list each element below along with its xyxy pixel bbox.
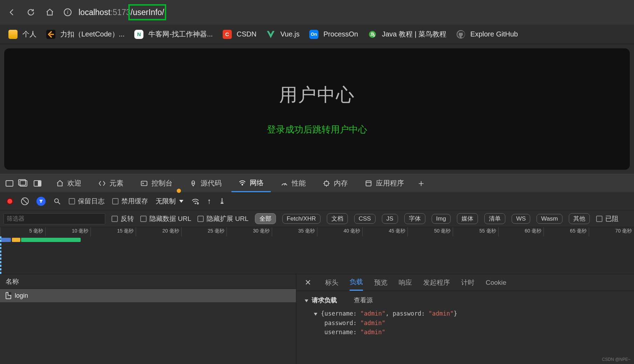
payload-section-title[interactable]: 请求负载	[305, 296, 337, 304]
processon-icon: On	[309, 30, 318, 39]
timeline-selection-handle[interactable]	[0, 236, 1, 274]
clear-button[interactable]	[21, 197, 29, 205]
detail-tab-cookies[interactable]: Cookie	[486, 274, 506, 291]
home-button[interactable]	[45, 7, 55, 17]
device-icon[interactable]	[6, 180, 13, 187]
reload-button[interactable]	[26, 7, 36, 17]
hide-dataurl-checkbox[interactable]: 隐藏数据 URL	[140, 214, 191, 223]
dock-window-icon[interactable]	[20, 180, 27, 187]
devtools-dock-controls	[6, 180, 41, 187]
disclosure-triangle-icon	[305, 299, 308, 302]
detail-tab-timing[interactable]: 计时	[461, 274, 474, 291]
detail-tab-preview[interactable]: 预览	[374, 274, 387, 291]
bookmark-folder-personal[interactable]: 个人	[8, 29, 36, 39]
network-toolbar: 保留日志 禁用缓存 无限制 ↑ ⤓	[0, 192, 634, 210]
csdn-icon: C	[223, 30, 232, 39]
timeline-tick: 10 毫秒	[45, 227, 90, 236]
filter-ws[interactable]: WS	[512, 214, 530, 224]
svg-line-15	[58, 202, 60, 204]
timeline-ruler: 5 毫秒 10 毫秒 15 毫秒 20 毫秒 25 毫秒 30 毫秒 35 毫秒…	[0, 227, 634, 236]
address-bar[interactable]: i localhost:5173/userInfo/	[64, 8, 627, 17]
tab-network[interactable]: 网络	[231, 174, 271, 192]
search-icon[interactable]	[53, 197, 61, 205]
tab-performance[interactable]: 性能	[274, 174, 313, 192]
network-timeline[interactable]: 5 毫秒 10 毫秒 15 毫秒 20 毫秒 25 毫秒 30 毫秒 35 毫秒…	[0, 227, 634, 274]
filter-js[interactable]: JS	[382, 214, 398, 224]
timeline-bars	[0, 238, 634, 244]
bookmark-label: ProcessOn	[323, 30, 358, 38]
bookmarks-bar: 个人 力扣（LeetCode）... N 牛客网-找工作神器... C CSDN…	[0, 25, 634, 44]
timeline-tick: 35 毫秒	[272, 227, 317, 236]
svg-rect-7	[325, 181, 329, 185]
bookmark-processon[interactable]: On ProcessOn	[309, 30, 358, 39]
download-har-button[interactable]: ⤓	[219, 197, 225, 206]
hide-exturl-checkbox[interactable]: 隐藏扩展 URL	[197, 214, 248, 223]
filter-manifest[interactable]: 清单	[484, 213, 505, 224]
detail-tab-response[interactable]: 响应	[399, 274, 412, 291]
bookmark-java[interactable]: 鸟 Java 教程 | 菜鸟教程	[368, 29, 446, 39]
detail-tab-headers[interactable]: 标头	[325, 274, 338, 291]
record-button[interactable]	[6, 198, 13, 205]
request-row[interactable]: login	[0, 289, 296, 302]
bookmark-nowcoder[interactable]: N 牛客网-找工作神器...	[134, 29, 213, 39]
network-lower: 名称 login ✕ 标头 负载 预览 响应 发起程序 计时 Cookie 请求…	[0, 274, 634, 364]
back-button[interactable]	[7, 7, 17, 17]
tab-console[interactable]: 控制台	[133, 174, 180, 192]
detail-tab-payload[interactable]: 负载	[350, 274, 363, 291]
view-source-link[interactable]: 查看源	[354, 296, 373, 304]
dock-side-icon[interactable]	[34, 180, 41, 187]
upload-har-button[interactable]: ↑	[207, 197, 211, 206]
request-detail-panel: ✕ 标头 负载 预览 响应 发起程序 计时 Cookie 请求负载 查看源 {u…	[296, 274, 634, 364]
close-detail-button[interactable]: ✕	[305, 278, 311, 287]
site-info-icon[interactable]: i	[64, 8, 72, 16]
java-icon: 鸟	[368, 30, 377, 39]
page-title: 用户中心	[279, 83, 355, 107]
disable-cache-checkbox[interactable]: 禁用缓存	[112, 197, 148, 206]
invert-checkbox[interactable]: 反转	[112, 214, 134, 223]
payload-kv: password: "admin"	[305, 318, 626, 328]
devtools-tab-bar: 欢迎 元素 控制台 源代码 网络 性能 内存 应用程序 ＋	[0, 174, 634, 192]
tab-sources[interactable]: 源代码	[182, 174, 229, 192]
svg-text:鸟: 鸟	[370, 32, 375, 37]
filter-css[interactable]: CSS	[354, 214, 376, 224]
payload-summary[interactable]: {username: "admin", password: "admin"}	[305, 309, 626, 318]
bookmark-label: 牛客网-找工作神器...	[148, 29, 213, 39]
preserve-log-checkbox[interactable]: 保留日志	[69, 197, 104, 206]
detail-tab-bar: ✕ 标头 负载 预览 响应 发起程序 计时 Cookie	[296, 274, 634, 291]
leetcode-icon	[46, 30, 55, 39]
filter-wasm[interactable]: Wasm	[537, 214, 562, 224]
request-list-header: 名称	[0, 274, 296, 289]
bookmark-vue[interactable]: Vue.js	[266, 30, 299, 39]
bookmark-csdn[interactable]: C CSDN	[223, 30, 257, 39]
filter-all[interactable]: 全部	[255, 213, 276, 224]
tab-application[interactable]: 应用程序	[358, 174, 411, 192]
page-viewport: 用户中心 登录成功后跳转用户中心	[4, 48, 630, 170]
browser-nav-bar: i localhost:5173/userInfo/	[0, 0, 634, 25]
blocked-checkbox[interactable]: 已阻	[596, 214, 619, 223]
vue-icon	[266, 30, 275, 39]
throttle-dropdown[interactable]: 无限制	[156, 197, 183, 206]
filter-toggle-button[interactable]	[36, 197, 46, 206]
tab-welcome[interactable]: 欢迎	[49, 174, 88, 192]
warning-badge	[177, 189, 181, 193]
add-tab-button[interactable]: ＋	[417, 177, 426, 189]
timeline-tick: 20 毫秒	[136, 227, 181, 236]
bookmark-leetcode[interactable]: 力扣（LeetCode）...	[46, 29, 124, 39]
network-filter-bar: 反转 隐藏数据 URL 隐藏扩展 URL 全部 Fetch/XHR 文档 CSS…	[0, 210, 634, 227]
filter-doc[interactable]: 文档	[327, 213, 348, 224]
timeline-tick: 65 毫秒	[544, 227, 589, 236]
url-text: localhost:5173/userInfo/	[79, 8, 164, 17]
bookmark-github[interactable]: Explore GitHub	[456, 30, 518, 39]
request-payload-section: 请求负载 查看源 {username: "admin", password: "…	[296, 291, 634, 342]
filter-fetchxhr[interactable]: Fetch/XHR	[282, 214, 321, 224]
detail-tab-initiator[interactable]: 发起程序	[423, 274, 450, 291]
filter-input[interactable]	[4, 213, 105, 224]
tab-memory[interactable]: 内存	[316, 174, 355, 192]
tab-elements[interactable]: 元素	[91, 174, 130, 192]
timeline-tick: 50 毫秒	[407, 227, 453, 236]
filter-other[interactable]: 其他	[569, 213, 590, 224]
filter-img[interactable]: Img	[432, 214, 451, 224]
filter-font[interactable]: 字体	[404, 213, 425, 224]
network-conditions-icon[interactable]	[191, 197, 200, 205]
filter-media[interactable]: 媒体	[457, 213, 478, 224]
